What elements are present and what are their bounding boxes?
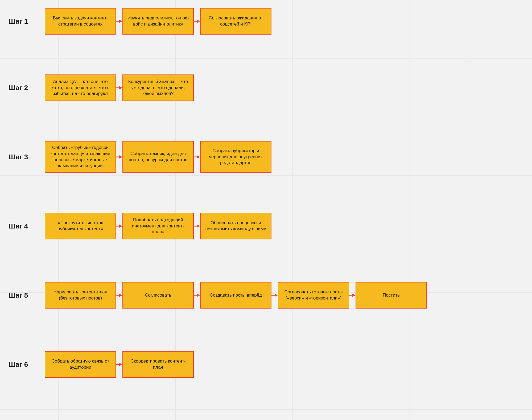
flow-arrow — [194, 141, 200, 173]
flow-arrow — [349, 282, 356, 309]
flow-node: Подобрать подходящий инструмент для конт… — [122, 213, 194, 239]
flow-node: Собрать обратную связь от аудитории — [45, 351, 116, 378]
flow-node: Согласовать ожидания от соцсетей и KPI — [200, 8, 271, 35]
flow-node: Изучить редполитику, тон оф войс и дизай… — [122, 8, 194, 35]
row-label: Шаг 2 — [9, 84, 28, 92]
row-steps: Выяснить задачи контент-стратегии в соцс… — [45, 8, 271, 35]
svg-marker-23 — [119, 363, 122, 366]
flow-node: Нарисовать контент-план (без готовых пос… — [45, 282, 116, 309]
svg-marker-3 — [197, 20, 200, 23]
flow-node: Согласовать — [122, 282, 194, 309]
row-label: Шаг 6 — [9, 360, 28, 369]
flow-node: Постить — [356, 282, 427, 309]
svg-marker-11 — [119, 224, 122, 228]
flow-arrow — [194, 213, 200, 239]
step-row-5: Шаг 5 Нарисовать контент-план (без готов… — [0, 282, 532, 309]
row-steps: Анализ ЦА — кто они, что хотят, чего не … — [45, 74, 194, 101]
flow-arrow — [116, 213, 122, 239]
flow-arrow — [194, 282, 200, 309]
flow-node: Собрать темник, идеи для постов, ресурсы… — [122, 141, 194, 173]
flow-arrow — [116, 282, 122, 309]
step-row-4: Шаг 4 «Прокрутить кино как публикуется к… — [0, 213, 532, 239]
flow-node: Согласовать готовые посты («верхи» и «го… — [278, 282, 349, 309]
step-row-1: Шаг 1 Выяснить задачи контент-стратегии … — [0, 8, 532, 35]
row-label: Шаг 5 — [9, 291, 28, 300]
svg-marker-5 — [119, 86, 122, 89]
svg-marker-7 — [119, 155, 122, 159]
flow-node: Обрисовать процессы и познакомить команд… — [200, 213, 271, 239]
flow-node: Скорректировать контент-план — [122, 351, 194, 378]
flow-arrow — [194, 8, 200, 35]
svg-marker-19 — [275, 294, 278, 297]
row-steps: Собрать «грубый» годовой контент-план, у… — [45, 141, 271, 173]
row-label: Шаг 4 — [9, 222, 28, 230]
flow-node: Выяснить задачи контент-стратегии в соцс… — [45, 8, 116, 35]
svg-marker-9 — [197, 155, 200, 159]
step-row-3: Шаг 3 Собрать «грубый» годовой контент-п… — [0, 141, 532, 173]
flow-node: Анализ ЦА — кто они, что хотят, чего не … — [45, 74, 116, 101]
flow-node: Собрать «грубый» годовой контент-план, у… — [45, 141, 116, 173]
svg-marker-21 — [352, 294, 356, 297]
svg-marker-1 — [119, 20, 122, 23]
flow-arrow — [271, 282, 278, 309]
svg-marker-13 — [197, 224, 200, 228]
row-label: Шаг 3 — [9, 153, 28, 161]
row-steps: Собрать обратную связь от аудитории Скор… — [45, 351, 194, 378]
svg-marker-15 — [119, 294, 122, 297]
row-label: Шаг 1 — [9, 17, 28, 26]
row-steps: Нарисовать контент-план (без готовых пос… — [45, 282, 427, 309]
svg-marker-17 — [197, 294, 200, 297]
flow-arrow — [116, 8, 122, 35]
step-row-6: Шаг 6 Собрать обратную связь от аудитори… — [0, 351, 532, 378]
flow-arrow — [116, 141, 122, 173]
flow-node: Создавать посты вперёд — [200, 282, 271, 309]
flow-node: Конкурентный анализ — что уже делают, чт… — [122, 74, 194, 101]
step-row-2: Шаг 2 Анализ ЦА — кто они, что хотят, че… — [0, 74, 532, 101]
flow-arrow — [116, 74, 122, 101]
flow-arrow — [116, 351, 122, 378]
flow-node: Собрать рубрикатор и черновик для внутре… — [200, 141, 271, 173]
diagram-canvas: Шаг 1 Выяснить задачи контент-стратегии … — [0, 0, 532, 420]
flow-node: «Прокрутить кино как публикуется контент… — [45, 213, 116, 239]
row-steps: «Прокрутить кино как публикуется контент… — [45, 213, 271, 239]
